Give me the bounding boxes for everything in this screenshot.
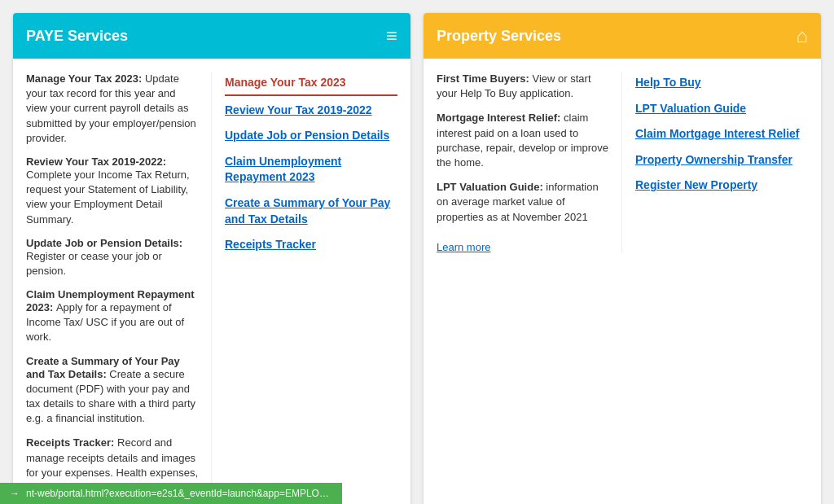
paye-icon: ≡: [386, 24, 397, 47]
paye-link-list: Manage Your Tax 2023 Review Your Tax 201…: [225, 72, 397, 256]
property-desc-1-title: Mortgage Interest Relief:: [437, 112, 564, 124]
property-card: Property Services ⌂ First Time Buyers: V…: [424, 13, 821, 504]
property-body: First Time Buyers: View or start your He…: [424, 59, 821, 266]
paye-desc-1-text: Complete your Income Tax Return, request…: [26, 169, 190, 226]
property-link-list: Help To Buy LPT Valuation Guide Claim Mo…: [635, 72, 808, 197]
paye-links: Manage Your Tax 2023 Review Your Tax 201…: [212, 72, 397, 504]
property-link-3[interactable]: Property Ownership Transfer: [635, 149, 808, 172]
paye-link-5[interactable]: Receipts Tracker: [225, 234, 397, 256]
property-title: Property Services: [437, 28, 561, 45]
paye-title: PAYE Services: [26, 28, 128, 45]
property-link-0[interactable]: Help To Buy: [635, 72, 808, 94]
property-desc-0: First Time Buyers: View or start your He…: [437, 72, 608, 101]
paye-card: PAYE Services ≡ Manage Your Tax 2023: Up…: [13, 13, 410, 504]
paye-desc-0-title: Manage Your Tax 2023:: [26, 72, 145, 85]
property-desc-2: LPT Valuation Guide: information on aver…: [437, 180, 608, 225]
property-learn-more[interactable]: Learn more: [437, 241, 490, 253]
paye-link-0[interactable]: Manage Your Tax 2023: [225, 72, 397, 96]
property-desc-1: Mortgage Interest Relief: claim interest…: [437, 111, 608, 170]
property-desc-0-title: First Time Buyers:: [437, 72, 533, 85]
paye-desc-5-title: Receipts Tracker:: [26, 436, 117, 449]
paye-link-2[interactable]: Update Job or Pension Details: [225, 125, 397, 147]
paye-link-4[interactable]: Create a Summary of Your Pay and Tax Det…: [225, 192, 397, 230]
status-bar-arrow-icon: →: [10, 488, 20, 499]
property-desc-2-title: LPT Valuation Guide:: [437, 181, 546, 193]
paye-desc-2-title: Update Job or Pension Details:: [26, 237, 182, 249]
paye-desc-1-title: Review Your Tax 2019-2022:: [26, 156, 166, 168]
paye-body: Manage Your Tax 2023: Update your tax re…: [13, 59, 410, 504]
paye-descriptions: Manage Your Tax 2023: Update your tax re…: [26, 72, 212, 504]
property-link-2[interactable]: Claim Mortgage Interest Relief: [635, 123, 808, 146]
property-header: Property Services ⌂: [424, 13, 821, 59]
paye-desc-1: Review Your Tax 2019-2022: Complete your…: [26, 156, 198, 227]
property-descriptions: First Time Buyers: View or start your He…: [437, 72, 622, 253]
status-bar-url: nt-web/portal.html?execution=e2s1&_event…: [26, 488, 332, 499]
paye-header: PAYE Services ≡: [13, 13, 410, 59]
property-links: Help To Buy LPT Valuation Guide Claim Mo…: [622, 72, 808, 253]
property-icon: ⌂: [797, 24, 809, 47]
status-bar: → nt-web/portal.html?execution=e2s1&_eve…: [0, 483, 342, 504]
paye-link-1[interactable]: Review Your Tax 2019-2022: [225, 99, 397, 122]
paye-desc-2: Update Job or Pension Details: Register …: [26, 237, 198, 278]
main-grid: PAYE Services ≡ Manage Your Tax 2023: Up…: [0, 0, 834, 504]
paye-desc-0: Manage Your Tax 2023: Update your tax re…: [26, 72, 198, 146]
property-link-4[interactable]: Register New Property: [635, 174, 808, 197]
paye-desc-2-text: Register or cease your job or pension.: [26, 250, 162, 277]
paye-desc-3: Claim Unemployment Repayment 2023: Apply…: [26, 288, 198, 345]
property-link-1[interactable]: LPT Valuation Guide: [635, 98, 808, 121]
paye-link-3[interactable]: Claim Unemployment Repayment 2023: [225, 151, 397, 189]
paye-desc-4: Create a Summary of Your Pay and Tax Det…: [26, 355, 198, 427]
